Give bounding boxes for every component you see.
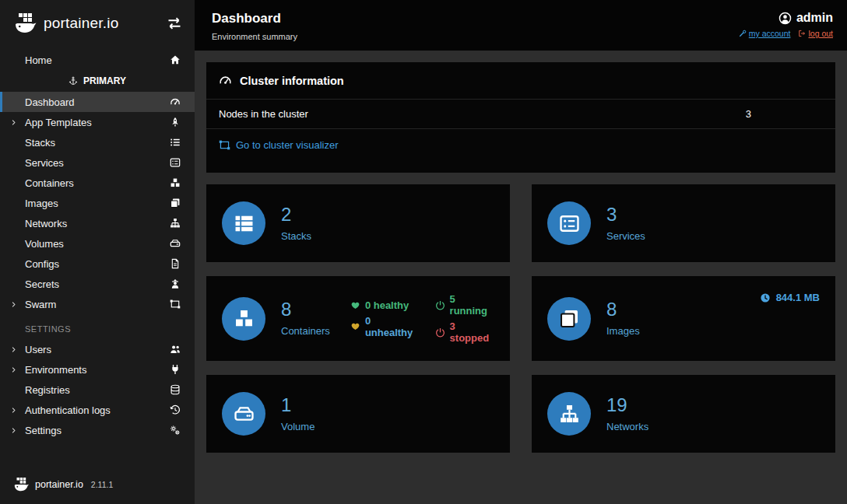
endpoint-label: PRIMARY bbox=[83, 75, 126, 86]
sidebar-item-label: Containers bbox=[25, 177, 170, 189]
chevron-right-icon bbox=[10, 119, 17, 126]
container-health-column: 0 healthy 0 unhealthy bbox=[350, 299, 418, 338]
anchor-icon bbox=[69, 76, 78, 86]
cluster-visualizer-link[interactable]: Go to cluster visualizer bbox=[219, 139, 339, 151]
page-header: Dashboard Environment summary admin my a… bbox=[195, 0, 847, 51]
sidebar-item-containers[interactable]: Containers bbox=[0, 173, 195, 193]
sidebar-item-label: Users bbox=[25, 344, 170, 355]
sidebar-item-environments[interactable]: Environments bbox=[0, 359, 195, 380]
widget-networks[interactable]: 19 Networks bbox=[532, 375, 835, 453]
gauge-icon bbox=[170, 96, 181, 107]
status-healthy-label: 0 healthy bbox=[365, 299, 409, 311]
sidebar-item-label: Dashboard bbox=[25, 96, 170, 108]
sidebar-item-images[interactable]: Images bbox=[0, 193, 195, 213]
sidebar-item-configs[interactable]: Configs bbox=[0, 254, 195, 274]
main-area: Dashboard Environment summary admin my a… bbox=[195, 0, 847, 504]
widget-services[interactable]: 3 Services bbox=[532, 184, 835, 262]
chevron-right-icon bbox=[10, 366, 17, 373]
volume-count: 1 bbox=[281, 396, 315, 415]
sidebar-item-label: Swarm bbox=[25, 299, 170, 310]
stacks-icon-circle bbox=[222, 201, 265, 245]
sidebar-item-label: Environments bbox=[25, 364, 170, 376]
sidebar-item-volumes[interactable]: Volumes bbox=[0, 233, 195, 254]
log-out-link[interactable]: log out bbox=[798, 29, 833, 38]
sidebar-item-label: Authentication logs bbox=[25, 404, 170, 416]
home-icon bbox=[170, 54, 181, 65]
my-account-link[interactable]: my account bbox=[739, 29, 791, 38]
sidebar-item-label: Configs bbox=[25, 258, 170, 270]
hdd-icon bbox=[234, 404, 255, 425]
sidebar-item-home[interactable]: Home bbox=[0, 50, 195, 70]
sidebar-item-label: Services bbox=[25, 157, 170, 169]
heart-icon bbox=[350, 321, 360, 331]
images-count: 8 bbox=[606, 300, 640, 319]
volume-icon-circle bbox=[222, 392, 265, 436]
cluster-information-panel: Cluster information Nodes in the cluster… bbox=[206, 62, 835, 173]
clock-icon bbox=[760, 292, 771, 303]
cluster-visualizer-label: Go to cluster visualizer bbox=[236, 139, 339, 151]
sidebar-item-services[interactable]: Services bbox=[0, 152, 195, 173]
sidebar-item-registries[interactable]: Registries bbox=[0, 380, 195, 400]
chevron-right-icon bbox=[10, 427, 17, 434]
containers-icon-circle bbox=[222, 297, 265, 341]
sidebar-item-label: Secrets bbox=[25, 278, 170, 290]
cluster-nodes-label: Nodes in the cluster bbox=[219, 108, 746, 120]
gears-icon bbox=[170, 425, 181, 436]
cluster-panel-header: Cluster information bbox=[206, 62, 835, 99]
username: admin bbox=[796, 11, 833, 25]
volume-label: Volume bbox=[281, 421, 315, 432]
chevron-right-icon bbox=[10, 407, 17, 414]
status-unhealthy-label: 0 unhealthy bbox=[365, 315, 418, 338]
log-out-label: log out bbox=[808, 29, 833, 38]
sidebar-item-label: App Templates bbox=[25, 117, 170, 128]
widget-stacks[interactable]: 2 Stacks bbox=[206, 184, 510, 262]
widget-images[interactable]: 8 Images 844.1 MB bbox=[532, 276, 835, 361]
images-total-size: 844.1 MB bbox=[760, 292, 820, 303]
sidebar-item-label: Registries bbox=[25, 384, 170, 396]
sidebar-item-swarm[interactable]: Swarm bbox=[0, 294, 195, 314]
sidebar-item-settings[interactable]: Settings bbox=[0, 420, 195, 440]
networks-count: 19 bbox=[606, 396, 648, 415]
sidebar-item-dashboard[interactable]: Dashboard bbox=[0, 92, 195, 112]
sidebar-item-networks[interactable]: Networks bbox=[0, 213, 195, 233]
cubes-icon bbox=[170, 177, 181, 188]
gauge-icon bbox=[219, 74, 232, 87]
stacks-count: 2 bbox=[281, 205, 311, 224]
status-running-label: 5 running bbox=[450, 293, 494, 317]
users-icon bbox=[170, 344, 181, 355]
widget-volume[interactable]: 1 Volume bbox=[206, 375, 510, 453]
power-icon bbox=[435, 300, 445, 310]
widget-containers[interactable]: 8 Containers 0 healthy 0 unhealthy bbox=[206, 276, 510, 361]
footer-logo-text: portainer.io bbox=[35, 479, 83, 490]
services-count: 3 bbox=[606, 205, 645, 224]
my-account-label: my account bbox=[749, 29, 791, 38]
sidebar-item-app-templates[interactable]: App Templates bbox=[0, 112, 195, 132]
sidebar-item-label: Settings bbox=[25, 425, 170, 436]
wrench-icon bbox=[739, 30, 747, 37]
sidebar-item-users[interactable]: Users bbox=[0, 339, 195, 359]
portainer-whale-logo-icon bbox=[12, 11, 37, 36]
sidebar-logo-row: portainer.io bbox=[0, 0, 195, 44]
sitemap-icon bbox=[170, 218, 181, 229]
endpoint-name: PRIMARY bbox=[0, 71, 195, 91]
sidebar-collapse-icon[interactable] bbox=[167, 16, 182, 31]
status-healthy: 0 healthy bbox=[350, 299, 418, 311]
sidebar-item-stacks[interactable]: Stacks bbox=[0, 132, 195, 152]
containers-label: Containers bbox=[281, 325, 330, 337]
chevron-right-icon bbox=[10, 346, 17, 353]
sidebar-item-authentication-logs[interactable]: Authentication logs bbox=[0, 400, 195, 420]
sidebar-logo-text: portainer.io bbox=[44, 15, 160, 32]
page-subtitle: Environment summary bbox=[212, 32, 297, 41]
networks-label: Networks bbox=[606, 421, 648, 432]
dashboard-widgets: 2 Stacks 3 Services bbox=[206, 184, 835, 453]
cluster-panel-title: Cluster information bbox=[240, 75, 344, 87]
database-icon bbox=[170, 384, 181, 395]
power-icon bbox=[435, 327, 445, 338]
sidebar-item-secrets[interactable]: Secrets bbox=[0, 274, 195, 294]
th-list-icon bbox=[234, 213, 255, 234]
sidebar-footer: portainer.io 2.11.1 bbox=[0, 467, 195, 504]
cluster-visualizer-row: Go to cluster visualizer bbox=[206, 128, 835, 173]
settings-section-header: SETTINGS bbox=[0, 314, 195, 339]
images-size-label: 844.1 MB bbox=[776, 292, 820, 303]
sidebar-item-label: Volumes bbox=[25, 238, 170, 250]
